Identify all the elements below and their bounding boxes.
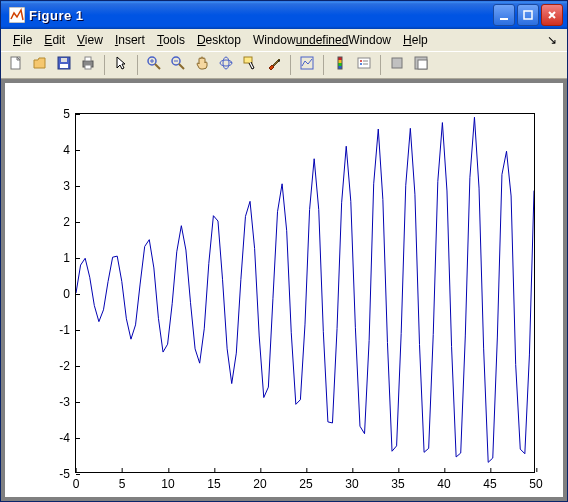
toolbar-separator [323, 55, 324, 75]
x-tick-label: 15 [207, 478, 220, 490]
printer-icon [80, 55, 96, 75]
x-tick-label: 20 [253, 478, 266, 490]
menu-file[interactable]: File [7, 31, 38, 49]
y-tick-label: -3 [59, 396, 70, 408]
axes[interactable]: -5-4-3-2-1012345 05101520253035404550 [75, 113, 535, 473]
x-tick-label: 10 [161, 478, 174, 490]
data-cursor-icon [242, 55, 258, 75]
svg-rect-9 [85, 65, 91, 69]
x-tick-label: 30 [345, 478, 358, 490]
toolbar-separator [104, 55, 105, 75]
legend-icon [356, 55, 372, 75]
toolbar-separator [137, 55, 138, 75]
menu-help[interactable]: Help [397, 31, 434, 49]
rotate-3d-icon [218, 55, 234, 75]
pan-button[interactable] [191, 54, 213, 76]
x-tick-label: 35 [391, 478, 404, 490]
matlab-figure-icon [9, 7, 25, 23]
show-plot-tools-button[interactable] [410, 54, 432, 76]
menu-edit[interactable]: Edit [38, 31, 71, 49]
title-bar[interactable]: Figure 1 [1, 1, 567, 29]
svg-point-13 [223, 57, 229, 69]
zoom-in-icon [146, 55, 162, 75]
menu-view[interactable]: View [71, 31, 109, 49]
y-tick-label: 4 [63, 144, 70, 156]
rotate-3d-button[interactable] [215, 54, 237, 76]
y-tick-label: 5 [63, 108, 70, 120]
zoom-in-button[interactable] [143, 54, 165, 76]
brush-button[interactable] [263, 54, 285, 76]
show-tools-icon [413, 55, 429, 75]
x-tick-label: 50 [529, 478, 542, 490]
zoom-out-button[interactable] [167, 54, 189, 76]
x-tick-label: 45 [483, 478, 496, 490]
hide-plot-tools-button[interactable] [386, 54, 408, 76]
minimize-button[interactable] [493, 4, 515, 26]
y-tick-label: -5 [59, 468, 70, 480]
maximize-button[interactable] [517, 4, 539, 26]
y-tick-label: -1 [59, 324, 70, 336]
y-tick-label: 0 [63, 288, 70, 300]
x-tick-label: 5 [119, 478, 126, 490]
svg-rect-21 [358, 58, 370, 68]
svg-rect-18 [338, 63, 342, 66]
x-tick-label: 40 [437, 478, 450, 490]
svg-rect-5 [61, 58, 67, 62]
toolbar-separator [380, 55, 381, 75]
dock-corner-icon[interactable]: ↘ [543, 33, 561, 47]
print-figure-button[interactable] [77, 54, 99, 76]
figure-window: Figure 1 File Edit View Insert Tools Des… [0, 0, 568, 502]
menu-tools[interactable]: Tools [151, 31, 191, 49]
open-folder-icon [32, 55, 48, 75]
colorbar-icon [332, 55, 348, 75]
new-file-icon [8, 55, 24, 75]
insert-legend-button[interactable] [353, 54, 375, 76]
data-cursor-button[interactable] [239, 54, 261, 76]
figure-canvas-container: -5-4-3-2-1012345 05101520253035404550 [1, 79, 567, 501]
svg-rect-1 [500, 18, 508, 20]
zoom-out-icon [170, 55, 186, 75]
floppy-disk-icon [56, 55, 72, 75]
y-tick-label: 2 [63, 216, 70, 228]
pointer-icon [113, 55, 129, 75]
insert-colorbar-button[interactable] [329, 54, 351, 76]
line-plot [76, 114, 534, 472]
hand-icon [194, 55, 210, 75]
figure-canvas[interactable]: -5-4-3-2-1012345 05101520253035404550 [5, 83, 563, 497]
y-tick-label: 3 [63, 180, 70, 192]
x-tick-label: 0 [73, 478, 80, 490]
toolbar-separator [290, 55, 291, 75]
svg-rect-6 [60, 64, 68, 68]
y-tick-label: -4 [59, 432, 70, 444]
edit-plot-button[interactable] [110, 54, 132, 76]
brush-icon [266, 55, 282, 75]
menu-desktop[interactable]: Desktop [191, 31, 247, 49]
menu-bar: File Edit View Insert Tools Desktop Wind… [1, 29, 567, 51]
figure-toolbar [1, 51, 567, 79]
svg-rect-24 [418, 60, 427, 69]
svg-rect-2 [524, 11, 532, 19]
window-title: Figure 1 [29, 8, 491, 23]
svg-rect-22 [392, 58, 402, 68]
y-tick-label: -2 [59, 360, 70, 372]
new-figure-button[interactable] [5, 54, 27, 76]
hide-tools-icon [389, 55, 405, 75]
y-tick-label: 1 [63, 252, 70, 264]
save-figure-button[interactable] [53, 54, 75, 76]
svg-rect-17 [338, 60, 342, 63]
svg-rect-8 [85, 57, 91, 61]
link-plot-icon [299, 55, 315, 75]
close-button[interactable] [541, 4, 563, 26]
menu-window[interactable]: WindowundefinedWindow [247, 31, 397, 49]
menu-insert[interactable]: Insert [109, 31, 151, 49]
link-plot-button[interactable] [296, 54, 318, 76]
open-file-button[interactable] [29, 54, 51, 76]
x-tick-label: 25 [299, 478, 312, 490]
